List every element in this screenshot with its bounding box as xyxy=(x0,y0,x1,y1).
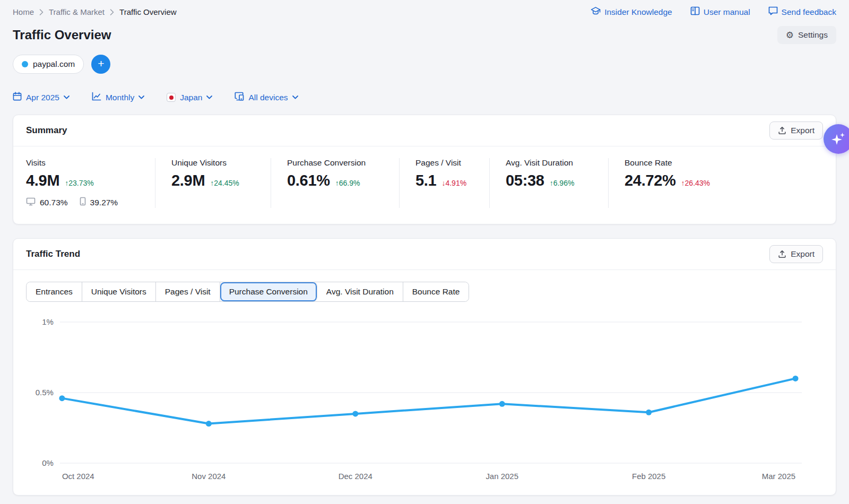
user-manual-label: User manual xyxy=(704,7,750,17)
tab-bounce-rate[interactable]: Bounce Rate xyxy=(403,282,469,301)
metric-value: 5.1 xyxy=(415,172,436,189)
metric-change: ↑23.73% xyxy=(65,179,93,187)
domain-chip[interactable]: paypal.com xyxy=(13,55,84,74)
chevron-down-icon xyxy=(206,95,212,99)
japan-flag-icon xyxy=(167,93,176,102)
trend-line xyxy=(62,378,795,423)
user-manual-link[interactable]: User manual xyxy=(690,6,750,18)
insider-knowledge-link[interactable]: Insider Knowledge xyxy=(591,6,672,18)
metric-label: Avg. Visit Duration xyxy=(506,158,593,168)
title-row: Traffic Overview ⚙ Settings xyxy=(13,26,836,44)
desktop-icon xyxy=(26,197,36,208)
send-feedback-label: Send feedback xyxy=(782,7,836,17)
domain-chips-row: paypal.com + xyxy=(13,55,836,74)
metric-pages-per-visit: Pages / Visit 5.1 ↓4.91% xyxy=(400,158,490,208)
metric-bounce-rate: Bounce Rate 24.72% ↑26.43% xyxy=(609,158,823,208)
metric-change: ↑26.43% xyxy=(681,179,710,187)
domain-label: paypal.com xyxy=(33,59,75,69)
metric-label: Purchase Conversion xyxy=(287,158,384,168)
data-point[interactable] xyxy=(793,376,799,381)
data-point[interactable] xyxy=(206,421,212,427)
x-axis-tick-label: Dec 2024 xyxy=(339,472,372,481)
devices-filter[interactable]: All devices xyxy=(235,92,298,103)
traffic-trend-body: Entrances Unique Visitors Pages / Visit … xyxy=(13,270,836,495)
traffic-trend-title: Traffic Trend xyxy=(26,249,80,259)
date-filter[interactable]: Apr 2025 xyxy=(13,92,70,103)
data-point[interactable] xyxy=(646,410,652,415)
book-icon xyxy=(690,6,700,18)
export-icon xyxy=(778,126,786,135)
tab-entrances[interactable]: Entrances xyxy=(27,282,82,301)
line-chart-icon xyxy=(92,92,101,103)
summary-metrics: Visits 4.9M ↑23.73% 60.73% 39.27% xyxy=(13,146,836,224)
metric-purchase-conversion: Purchase Conversion 0.61% ↑66.9% xyxy=(271,158,400,208)
metric-change: ↑6.96% xyxy=(550,179,575,187)
devices-filter-label: All devices xyxy=(248,93,288,102)
export-label: Export xyxy=(791,126,815,135)
summary-card: Summary Export Visits 4.9M ↑23.73% 60.73… xyxy=(13,115,836,224)
add-competitor-button[interactable]: + xyxy=(91,55,110,74)
chevron-down-icon xyxy=(292,95,298,99)
tab-purchase-conversion[interactable]: Purchase Conversion xyxy=(220,282,317,301)
topbar: Home Traffic & Market Traffic Overview I… xyxy=(13,0,836,18)
metric-change: ↑66.9% xyxy=(335,179,360,187)
tab-unique-visitors[interactable]: Unique Visitors xyxy=(82,282,156,301)
insider-knowledge-label: Insider Knowledge xyxy=(604,7,672,17)
metric-tabs: Entrances Unique Visitors Pages / Visit … xyxy=(26,282,469,302)
granularity-filter[interactable]: Monthly xyxy=(92,92,144,103)
y-axis-tick-label: 0% xyxy=(42,458,54,467)
summary-title: Summary xyxy=(26,125,67,136)
data-point[interactable] xyxy=(499,401,505,407)
x-axis-tick-label: Oct 2024 xyxy=(62,472,94,481)
chevron-down-icon xyxy=(64,95,70,99)
filters-row: Apr 2025 Monthly Japan All devices xyxy=(13,92,836,103)
mobile-share: 39.27% xyxy=(90,198,118,207)
traffic-trend-card: Traffic Trend Export Entrances Unique Vi… xyxy=(13,238,836,496)
metric-label: Bounce Rate xyxy=(625,158,808,168)
metric-value: 0.61% xyxy=(287,172,330,189)
date-filter-label: Apr 2025 xyxy=(26,93,59,102)
summary-header: Summary Export xyxy=(13,115,836,146)
region-filter[interactable]: Japan xyxy=(167,93,212,102)
chart-area: 0%0.5%1%Oct 2024Nov 2024Dec 2024Jan 2025… xyxy=(26,310,823,495)
y-axis-tick-label: 1% xyxy=(42,317,54,326)
export-icon xyxy=(778,250,786,258)
summary-export-button[interactable]: Export xyxy=(769,121,823,140)
data-point[interactable] xyxy=(59,395,65,401)
trend-export-button[interactable]: Export xyxy=(769,245,823,263)
settings-label: Settings xyxy=(798,30,828,40)
breadcrumb-traffic-market[interactable]: Traffic & Market xyxy=(49,7,105,16)
metric-value: 4.9M xyxy=(26,172,59,189)
export-label: Export xyxy=(791,249,815,259)
metric-avg-visit-duration: Avg. Visit Duration 05:38 ↑6.96% xyxy=(490,158,609,208)
traffic-overview-page: Home Traffic & Market Traffic Overview I… xyxy=(0,0,849,496)
devices-icon xyxy=(235,92,244,103)
metric-value: 24.72% xyxy=(625,172,676,189)
help-links: Insider Knowledge User manual Send feedb… xyxy=(591,6,836,18)
x-axis-tick-label: Mar 2025 xyxy=(762,472,795,481)
metric-value: 2.9M xyxy=(171,172,205,189)
chevron-right-icon xyxy=(110,9,114,15)
breadcrumb-current: Traffic Overview xyxy=(119,7,177,16)
data-point[interactable] xyxy=(352,411,358,416)
granularity-filter-label: Monthly xyxy=(106,93,134,102)
traffic-trend-header: Traffic Trend Export xyxy=(13,239,836,270)
graduation-cap-icon xyxy=(591,6,601,18)
metric-change: ↓4.91% xyxy=(441,179,466,187)
tab-avg-visit-duration[interactable]: Avg. Visit Duration xyxy=(317,282,403,301)
metric-label: Pages / Visit xyxy=(415,158,474,168)
metric-label: Unique Visitors xyxy=(171,158,256,168)
settings-button[interactable]: ⚙ Settings xyxy=(777,26,836,44)
sparkles-icon xyxy=(830,131,846,147)
device-split: 60.73% 39.27% xyxy=(26,197,140,208)
domain-color-dot xyxy=(22,61,28,67)
send-feedback-link[interactable]: Send feedback xyxy=(768,6,836,18)
tab-pages-per-visit[interactable]: Pages / Visit xyxy=(156,282,220,301)
speech-bubble-icon xyxy=(768,6,778,18)
breadcrumb-home[interactable]: Home xyxy=(13,7,34,16)
metric-visits: Visits 4.9M ↑23.73% 60.73% 39.27% xyxy=(26,158,155,208)
x-axis-tick-label: Nov 2024 xyxy=(192,472,226,481)
ai-assistant-button[interactable] xyxy=(824,124,849,154)
calendar-icon xyxy=(13,92,22,103)
breadcrumb: Home Traffic & Market Traffic Overview xyxy=(13,7,177,16)
